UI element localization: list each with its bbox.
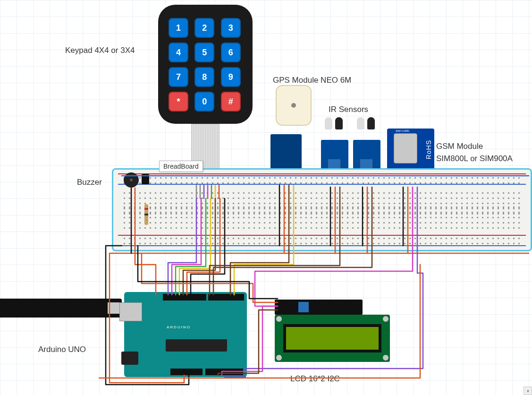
arduino-uno[interactable]: ARDUINO [124, 292, 247, 377]
scroll-down-button[interactable]: ▾ [524, 386, 532, 395]
label-arduino: Arduino UNO [38, 345, 86, 354]
analog-header [205, 369, 243, 375]
label-buzzer: Buzzer [77, 178, 102, 187]
rohs-label: RoHS [425, 140, 432, 159]
label-gsm-2: SIM800L or SIM900A [436, 154, 513, 163]
power-header [170, 369, 203, 375]
keypad-key-*[interactable]: * [169, 92, 188, 112]
i2c-lcd-adapter [275, 300, 363, 315]
keypad-key-8[interactable]: 8 [194, 67, 214, 87]
keypad[interactable]: 123456789*0# [158, 5, 253, 124]
lcd-16x2[interactable] [275, 315, 390, 362]
usb-cable [0, 299, 122, 318]
ir-emitter-icon [325, 117, 332, 129]
ir-receiver-icon [335, 117, 343, 129]
breadboard[interactable] [112, 168, 532, 251]
buzzer[interactable] [124, 172, 139, 188]
ir-emitter-icon [357, 117, 364, 129]
gps-antenna [276, 85, 312, 126]
keypad-key-6[interactable]: 6 [221, 43, 241, 62]
keypad-key-2[interactable]: 2 [194, 18, 214, 38]
breadboard-tooltip: BreadBoard [159, 161, 203, 172]
label-ir: IR Sensors [329, 105, 368, 114]
keypad-key-4[interactable]: 4 [169, 43, 188, 62]
keypad-key-1[interactable]: 1 [169, 18, 188, 38]
label-lcd: LCD 16*2 I2C [290, 374, 340, 384]
label-gps: GPS Module NEO 6M [273, 76, 351, 85]
contrast-trimpot-icon [298, 302, 309, 312]
transistor [142, 174, 149, 184]
atmega-chip-icon [166, 339, 227, 352]
barrel-jack-icon [121, 352, 138, 365]
sim-slot-icon [394, 133, 417, 163]
ir-receiver-icon [367, 117, 375, 129]
arduino-silk-label: ARDUINO [167, 325, 191, 329]
keypad-key-5[interactable]: 5 [194, 43, 214, 62]
digital-header-2 [208, 294, 244, 301]
keypad-key-9[interactable]: 9 [221, 67, 241, 87]
resistor [144, 204, 148, 225]
digital-header [163, 294, 206, 301]
usb-port-icon [119, 302, 142, 321]
keypad-key-7[interactable]: 7 [169, 67, 188, 87]
label-gsm-1: GSM Module [436, 142, 483, 151]
keypad-key-3[interactable]: 3 [221, 18, 241, 38]
sim-card-label: SIM CARD [396, 129, 409, 132]
keypad-key-#[interactable]: # [221, 92, 241, 112]
keypad-key-0[interactable]: 0 [194, 92, 214, 112]
label-keypad: Keypad 4X4 or 3X4 [65, 46, 135, 55]
lcd-screen [283, 324, 381, 352]
